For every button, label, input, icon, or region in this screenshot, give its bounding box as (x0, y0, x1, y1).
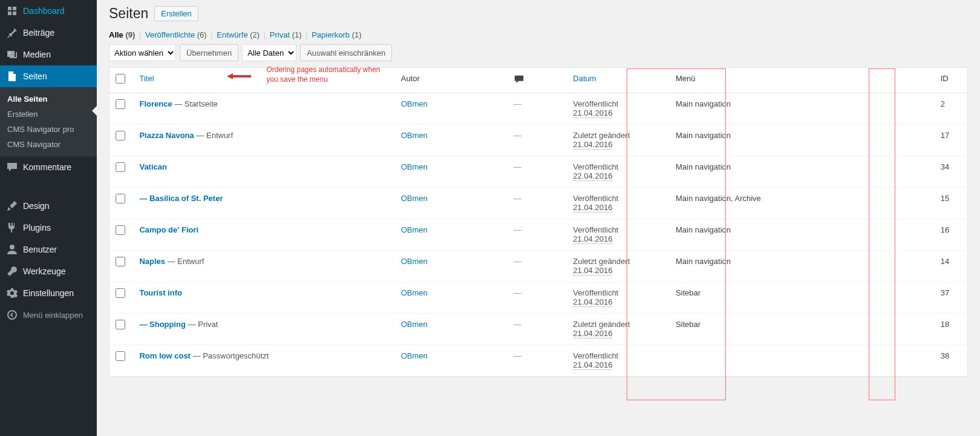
title-suffix: — Startseite (172, 99, 218, 108)
dashboard-icon (6, 5, 18, 17)
row-checkbox[interactable] (116, 194, 125, 203)
row-date: 22.04.2016 (573, 171, 612, 181)
comments-count: — (514, 162, 521, 171)
filter-all[interactable]: Alle (9) (109, 30, 135, 39)
author-link[interactable]: OBmen (401, 131, 428, 140)
page-title-link[interactable]: Florence (139, 99, 172, 108)
row-checkbox[interactable] (116, 162, 125, 172)
author-link[interactable]: OBmen (401, 351, 428, 360)
comments-count: — (514, 225, 521, 234)
comments-count: — (514, 99, 521, 108)
page-header: Seiten Erstellen (109, 0, 968, 24)
row-status: Zuletzt geändert (573, 320, 630, 329)
sidebar-item-label: Einstellungen (23, 288, 74, 298)
sidebar-item-beiträge[interactable]: Beiträge (0, 22, 97, 44)
row-menu: Main navigation (676, 257, 731, 266)
sidebar-item-label: Medien (23, 50, 51, 59)
sidebar-item-einstellungen[interactable]: Einstellungen (0, 282, 97, 304)
collapse-menu-button[interactable]: Menü einklappen (0, 304, 97, 326)
author-link[interactable]: OBmen (401, 99, 428, 108)
sidebar-item-kommentare[interactable]: Kommentare (0, 156, 97, 178)
row-menu: Main navigation (676, 131, 731, 140)
sidebar-subitem-cms-navigator[interactable]: CMS Navigator (0, 137, 97, 152)
filter-private[interactable]: Privat (1) (270, 30, 302, 39)
admin-sidebar: DashboardBeiträgeMedienSeitenAlle Seiten… (0, 0, 97, 436)
main-content: Seiten Erstellen Alle (9) | Veröffentlic… (97, 0, 980, 436)
date-filter-select[interactable]: Alle Daten (242, 44, 296, 61)
sidebar-item-medien[interactable]: Medien (0, 44, 97, 65)
svg-point-1 (10, 245, 15, 249)
author-link[interactable]: OBmen (401, 194, 428, 203)
row-checkbox[interactable] (116, 351, 125, 361)
row-date: 21.04.2016 (573, 234, 612, 244)
page-title-link[interactable]: Naples (139, 257, 165, 266)
author-link[interactable]: OBmen (401, 257, 428, 266)
apply-button[interactable]: Übernehmen (180, 44, 238, 61)
row-menu: Sitebar (676, 288, 701, 297)
row-status: Veröffentlicht (573, 225, 618, 234)
comments-count: — (514, 320, 521, 329)
table-row: — Basilica of St. PeterOBmen—Veröffentli… (109, 188, 968, 219)
title-suffix: — Privat (186, 320, 218, 329)
row-status: Zuletzt geändert (573, 131, 630, 140)
row-checkbox[interactable] (116, 320, 125, 329)
column-title-header[interactable]: Titel Ordering pages automatically when … (133, 68, 394, 93)
table-row: Florence — StartseiteOBmen—Veröffentlich… (109, 93, 968, 125)
sidebar-item-label: Beiträge (23, 28, 54, 38)
author-link[interactable]: OBmen (401, 288, 428, 297)
sidebar-item-design[interactable]: Design (0, 195, 97, 217)
sidebar-subitem-cms-navigator-pro[interactable]: CMS Navigator pro (0, 122, 97, 137)
sidebar-item-dashboard[interactable]: Dashboard (0, 0, 97, 22)
sidebar-item-benutzer[interactable]: Benutzer (0, 239, 97, 260)
column-date-header[interactable]: Datum (567, 68, 670, 93)
sidebar-item-seiten[interactable]: Seiten (0, 65, 97, 87)
add-new-button[interactable]: Erstellen (154, 6, 198, 21)
sidebar-item-werkzeuge[interactable]: Werkzeuge (0, 260, 97, 282)
collapse-icon (6, 309, 18, 321)
comments-count: — (514, 288, 521, 297)
sidebar-subitem-alle-seiten[interactable]: Alle Seiten (0, 91, 97, 107)
pages-table: Titel Ordering pages automatically when … (109, 67, 968, 377)
row-checkbox[interactable] (116, 131, 125, 140)
filter-button[interactable]: Auswahl einschränken (300, 44, 392, 61)
plug-icon (6, 222, 18, 234)
sidebar-item-plugins[interactable]: Plugins (0, 217, 97, 239)
settings-icon (6, 287, 18, 299)
sidebar-subitem-erstellen[interactable]: Erstellen (0, 107, 97, 122)
page-title-link[interactable]: Campo de' Fiori (139, 225, 198, 234)
page-title-link[interactable]: Vatican (139, 162, 167, 171)
filter-published[interactable]: Veröffentlichte (6) (145, 30, 207, 39)
page-title-link[interactable]: Rom low cost (139, 351, 191, 360)
title-suffix: — Passwortgeschützt (191, 351, 269, 360)
user-icon (6, 243, 18, 256)
sidebar-item-label: Plugins (23, 223, 51, 233)
bulk-action-select[interactable]: Aktion wählen (109, 44, 176, 61)
page-title: Seiten (109, 5, 148, 22)
row-checkbox[interactable] (116, 225, 125, 235)
column-comments-header[interactable] (508, 68, 567, 93)
author-link[interactable]: OBmen (401, 320, 428, 329)
row-date: 21.04.2016 (573, 203, 612, 213)
sidebar-item-label: Benutzer (23, 245, 57, 254)
author-link[interactable]: OBmen (401, 225, 428, 234)
filter-trash[interactable]: Papierkorb (1) (312, 30, 361, 39)
page-title-link[interactable]: Basilica of St. Peter (149, 194, 223, 203)
select-all-checkbox[interactable] (116, 74, 125, 84)
row-id: 15 (941, 194, 949, 203)
row-status: Veröffentlicht (573, 162, 618, 171)
row-checkbox[interactable] (116, 99, 125, 109)
tools-icon (6, 265, 18, 277)
page-title-link[interactable]: Piazza Navona (139, 131, 194, 140)
sidebar-item-label: Kommentare (23, 162, 71, 172)
status-filters: Alle (9) | Veröffentlichte (6) | Entwürf… (109, 30, 968, 39)
filter-drafts[interactable]: Entwürfe (2) (217, 30, 260, 39)
row-id: 38 (941, 351, 949, 360)
comment-icon (6, 161, 18, 173)
title-suffix: — Entwurf (165, 257, 204, 266)
page-title-link[interactable]: Tourist info (139, 288, 182, 297)
row-checkbox[interactable] (116, 257, 125, 266)
row-date: 21.04.2016 (573, 108, 612, 118)
author-link[interactable]: OBmen (401, 162, 428, 171)
row-checkbox[interactable] (116, 288, 125, 298)
page-title-link[interactable]: Shopping (149, 320, 186, 329)
